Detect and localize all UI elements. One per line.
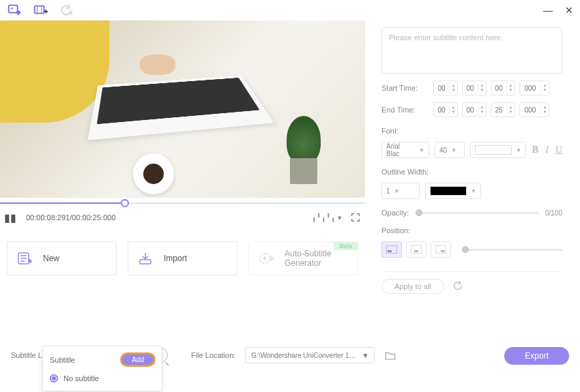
pause-button[interactable]: ▮▮ <box>4 211 16 224</box>
position-right-button[interactable] <box>431 241 451 258</box>
font-label: Font: <box>381 127 562 135</box>
add-image-icon[interactable] <box>7 3 22 18</box>
new-file-icon <box>17 252 33 265</box>
video-preview[interactable] <box>0 20 365 198</box>
subtitle-dropdown: Subtitle Add No subtitle <box>42 346 162 391</box>
end-hour-stepper[interactable]: ▲▼ <box>433 102 458 117</box>
subtitle-content-input[interactable] <box>381 27 562 74</box>
waveform-toggle[interactable]: ╻╹╻╹╻ ▾ <box>312 213 342 222</box>
ai-voice-icon <box>259 252 275 265</box>
end-ms-stepper[interactable]: ▲▼ <box>519 102 549 117</box>
svg-rect-10 <box>435 245 446 254</box>
position-label: Position: <box>381 226 562 235</box>
file-location-label: File Location: <box>191 347 235 363</box>
outline-width-select[interactable]: 1▼ <box>381 183 420 199</box>
open-folder-button[interactable] <box>384 350 396 363</box>
reset-button[interactable] <box>452 280 463 293</box>
close-button[interactable]: ✕ <box>565 5 573 16</box>
outline-width-label: Outline Width: <box>381 168 562 176</box>
timecode: 00:00:08:291/00:00:25:000 <box>26 213 116 222</box>
start-min-stepper[interactable]: ▲▼ <box>462 80 487 95</box>
radio-icon <box>50 374 58 382</box>
font-family-select[interactable]: Arial Blac▼ <box>381 142 429 158</box>
svg-rect-4 <box>140 260 151 264</box>
start-ms-stepper[interactable]: ▲▼ <box>519 80 549 95</box>
svg-rect-0 <box>9 5 18 13</box>
minimize-button[interactable]: — <box>543 5 553 16</box>
svg-rect-11 <box>441 250 445 252</box>
add-subtitle-button[interactable]: Add <box>121 353 155 366</box>
auto-subtitle-card[interactable]: Beta Auto-Subtitle Generator <box>248 241 358 275</box>
start-sec-stepper[interactable]: ▲▼ <box>491 80 515 95</box>
position-left-button[interactable] <box>381 241 402 258</box>
subtitle-option-none[interactable]: No subtitle <box>43 370 162 387</box>
new-subtitle-card[interactable]: New <box>7 241 117 275</box>
svg-rect-8 <box>411 245 422 254</box>
opacity-label: Opacity: <box>381 209 409 217</box>
card-label: Auto-Subtitle Generator <box>285 249 348 268</box>
svg-rect-2 <box>35 6 44 14</box>
svg-rect-6 <box>386 245 397 254</box>
end-min-stepper[interactable]: ▲▼ <box>462 102 487 117</box>
position-center-button[interactable] <box>406 241 426 258</box>
bold-button[interactable]: B <box>532 145 538 155</box>
font-color-select[interactable]: ▼ <box>470 142 526 158</box>
add-clip-icon[interactable] <box>33 3 48 18</box>
file-location-select[interactable]: G:\Wondershare UniConverter 13\SubEd▼ <box>245 347 375 363</box>
opacity-slider[interactable] <box>416 212 538 214</box>
timeline-scrubber[interactable] <box>0 200 365 206</box>
card-label: New <box>43 254 59 263</box>
position-slider[interactable] <box>462 249 562 251</box>
font-size-select[interactable]: 40▼ <box>435 142 465 158</box>
import-icon <box>138 252 154 265</box>
card-label: Import <box>164 254 187 263</box>
beta-badge: Beta <box>334 242 358 250</box>
end-time-label: End Time: <box>381 106 429 114</box>
svg-point-1 <box>11 7 13 10</box>
italic-button[interactable]: I <box>545 145 549 155</box>
apply-to-all-button[interactable]: Apply to all <box>381 279 444 294</box>
opacity-value: 0/100 <box>545 209 562 217</box>
export-button[interactable]: Export <box>504 347 569 365</box>
start-time-label: Start Time: <box>381 84 429 92</box>
outline-color-select[interactable]: ▼ <box>425 183 481 199</box>
fullscreen-button[interactable] <box>350 212 361 223</box>
end-sec-stepper[interactable]: ▲▼ <box>491 102 515 117</box>
import-subtitle-card[interactable]: Import <box>128 241 237 275</box>
svg-rect-9 <box>414 250 418 252</box>
dropdown-header: Subtitle <box>50 356 75 364</box>
underline-button[interactable]: U <box>555 145 562 155</box>
refresh-add-icon[interactable] <box>59 3 74 18</box>
start-hour-stepper[interactable]: ▲▼ <box>433 80 458 95</box>
svg-rect-7 <box>388 250 392 252</box>
